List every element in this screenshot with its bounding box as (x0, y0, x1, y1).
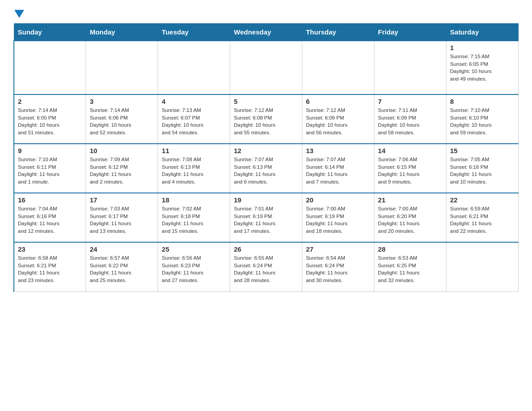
day-number: 26 (234, 245, 298, 253)
calendar-week-row: 23Sunrise: 6:58 AM Sunset: 6:21 PM Dayli… (14, 242, 519, 291)
calendar-day-cell: 28Sunrise: 6:53 AM Sunset: 6:25 PM Dayli… (374, 242, 446, 291)
day-info: Sunrise: 7:07 AM Sunset: 6:13 PM Dayligh… (234, 156, 298, 186)
day-info: Sunrise: 6:56 AM Sunset: 6:23 PM Dayligh… (162, 254, 226, 284)
weekday-header-sunday: Sunday (14, 24, 86, 41)
weekday-header-thursday: Thursday (302, 24, 374, 41)
day-info: Sunrise: 7:00 AM Sunset: 6:19 PM Dayligh… (306, 205, 370, 235)
calendar-day-cell: 11Sunrise: 7:08 AM Sunset: 6:13 PM Dayli… (158, 144, 230, 193)
calendar-day-cell (374, 41, 446, 94)
calendar-day-cell: 2Sunrise: 7:14 AM Sunset: 6:05 PM Daylig… (14, 94, 86, 144)
calendar-day-cell: 7Sunrise: 7:11 AM Sunset: 6:09 PM Daylig… (374, 94, 446, 144)
weekday-header-wednesday: Wednesday (230, 24, 302, 41)
day-info: Sunrise: 6:53 AM Sunset: 6:25 PM Dayligh… (378, 254, 442, 284)
day-number: 25 (162, 245, 226, 253)
calendar-day-cell: 9Sunrise: 7:10 AM Sunset: 6:11 PM Daylig… (14, 144, 86, 193)
day-info: Sunrise: 7:02 AM Sunset: 6:18 PM Dayligh… (162, 205, 226, 235)
weekday-header-row: SundayMondayTuesdayWednesdayThursdayFrid… (14, 24, 519, 41)
day-info: Sunrise: 7:04 AM Sunset: 6:16 PM Dayligh… (18, 205, 82, 235)
calendar-day-cell: 6Sunrise: 7:12 AM Sunset: 6:09 PM Daylig… (302, 94, 374, 144)
day-info: Sunrise: 7:00 AM Sunset: 6:20 PM Dayligh… (378, 205, 442, 235)
calendar-day-cell (446, 242, 519, 291)
day-info: Sunrise: 7:12 AM Sunset: 6:08 PM Dayligh… (234, 107, 298, 137)
day-info: Sunrise: 6:58 AM Sunset: 6:21 PM Dayligh… (18, 254, 82, 284)
day-number: 23 (18, 245, 82, 253)
day-number: 17 (90, 196, 154, 204)
weekday-header-tuesday: Tuesday (158, 24, 230, 41)
calendar-day-cell: 4Sunrise: 7:13 AM Sunset: 6:07 PM Daylig… (158, 94, 230, 144)
day-number: 24 (90, 245, 154, 253)
day-number: 4 (162, 98, 226, 105)
calendar-day-cell: 13Sunrise: 7:07 AM Sunset: 6:14 PM Dayli… (302, 144, 374, 193)
calendar-day-cell: 21Sunrise: 7:00 AM Sunset: 6:20 PM Dayli… (374, 193, 446, 242)
day-number: 22 (450, 196, 515, 204)
day-number: 20 (306, 196, 370, 204)
day-number: 19 (234, 196, 298, 204)
day-number: 21 (378, 196, 442, 204)
page-header (13, 9, 519, 19)
day-info: Sunrise: 7:10 AM Sunset: 6:11 PM Dayligh… (18, 156, 82, 186)
day-number: 16 (18, 196, 82, 204)
calendar-day-cell: 24Sunrise: 6:57 AM Sunset: 6:22 PM Dayli… (86, 242, 158, 291)
weekday-header-friday: Friday (374, 24, 446, 41)
calendar-week-row: 16Sunrise: 7:04 AM Sunset: 6:16 PM Dayli… (14, 193, 519, 242)
day-number: 10 (90, 147, 154, 154)
calendar-day-cell: 14Sunrise: 7:06 AM Sunset: 6:15 PM Dayli… (374, 144, 446, 193)
calendar-day-cell (230, 41, 302, 94)
day-info: Sunrise: 7:03 AM Sunset: 6:17 PM Dayligh… (90, 205, 154, 235)
day-info: Sunrise: 7:05 AM Sunset: 6:16 PM Dayligh… (450, 156, 515, 186)
day-info: Sunrise: 7:10 AM Sunset: 6:10 PM Dayligh… (450, 107, 515, 137)
day-info: Sunrise: 7:08 AM Sunset: 6:13 PM Dayligh… (162, 156, 226, 186)
day-info: Sunrise: 6:57 AM Sunset: 6:22 PM Dayligh… (90, 254, 154, 284)
calendar-day-cell: 25Sunrise: 6:56 AM Sunset: 6:23 PM Dayli… (158, 242, 230, 291)
svg-marker-0 (14, 10, 24, 18)
day-info: Sunrise: 7:01 AM Sunset: 6:19 PM Dayligh… (234, 205, 298, 235)
day-info: Sunrise: 7:07 AM Sunset: 6:14 PM Dayligh… (306, 156, 370, 186)
calendar-day-cell: 23Sunrise: 6:58 AM Sunset: 6:21 PM Dayli… (14, 242, 86, 291)
weekday-header-monday: Monday (86, 24, 158, 41)
weekday-header-saturday: Saturday (446, 24, 519, 41)
logo-triangle-icon (14, 10, 24, 19)
day-number: 11 (162, 147, 226, 154)
day-info: Sunrise: 7:15 AM Sunset: 6:05 PM Dayligh… (450, 53, 515, 83)
calendar-day-cell (302, 41, 374, 94)
day-number: 13 (306, 147, 370, 154)
calendar-day-cell: 17Sunrise: 7:03 AM Sunset: 6:17 PM Dayli… (86, 193, 158, 242)
calendar-day-cell: 15Sunrise: 7:05 AM Sunset: 6:16 PM Dayli… (446, 144, 519, 193)
calendar-day-cell: 10Sunrise: 7:09 AM Sunset: 6:12 PM Dayli… (86, 144, 158, 193)
day-number: 6 (306, 98, 370, 105)
calendar-day-cell: 8Sunrise: 7:10 AM Sunset: 6:10 PM Daylig… (446, 94, 519, 144)
day-number: 1 (450, 44, 515, 51)
calendar-day-cell: 20Sunrise: 7:00 AM Sunset: 6:19 PM Dayli… (302, 193, 374, 242)
day-info: Sunrise: 6:59 AM Sunset: 6:21 PM Dayligh… (450, 205, 515, 235)
calendar-week-row: 2Sunrise: 7:14 AM Sunset: 6:05 PM Daylig… (14, 94, 519, 144)
calendar-day-cell: 26Sunrise: 6:55 AM Sunset: 6:24 PM Dayli… (230, 242, 302, 291)
calendar-day-cell (14, 41, 86, 94)
day-number: 15 (450, 147, 515, 154)
calendar-day-cell: 18Sunrise: 7:02 AM Sunset: 6:18 PM Dayli… (158, 193, 230, 242)
calendar-day-cell (86, 41, 158, 94)
day-info: Sunrise: 6:55 AM Sunset: 6:24 PM Dayligh… (234, 254, 298, 284)
day-number: 12 (234, 147, 298, 154)
calendar-week-row: 1Sunrise: 7:15 AM Sunset: 6:05 PM Daylig… (14, 41, 519, 94)
calendar-day-cell: 1Sunrise: 7:15 AM Sunset: 6:05 PM Daylig… (446, 41, 519, 94)
logo (13, 9, 24, 19)
day-number: 5 (234, 98, 298, 105)
day-number: 7 (378, 98, 442, 105)
calendar-day-cell: 27Sunrise: 6:54 AM Sunset: 6:24 PM Dayli… (302, 242, 374, 291)
day-number: 8 (450, 98, 515, 105)
day-number: 3 (90, 98, 154, 105)
day-info: Sunrise: 6:54 AM Sunset: 6:24 PM Dayligh… (306, 254, 370, 284)
calendar-week-row: 9Sunrise: 7:10 AM Sunset: 6:11 PM Daylig… (14, 144, 519, 193)
day-number: 18 (162, 196, 226, 204)
day-number: 2 (18, 98, 82, 105)
day-info: Sunrise: 7:14 AM Sunset: 6:06 PM Dayligh… (90, 107, 154, 137)
calendar-day-cell: 5Sunrise: 7:12 AM Sunset: 6:08 PM Daylig… (230, 94, 302, 144)
calendar-day-cell (158, 41, 230, 94)
day-info: Sunrise: 7:14 AM Sunset: 6:05 PM Dayligh… (18, 107, 82, 137)
day-number: 27 (306, 245, 370, 253)
day-info: Sunrise: 7:06 AM Sunset: 6:15 PM Dayligh… (378, 156, 442, 186)
calendar-day-cell: 12Sunrise: 7:07 AM Sunset: 6:13 PM Dayli… (230, 144, 302, 193)
day-number: 28 (378, 245, 442, 253)
day-info: Sunrise: 7:13 AM Sunset: 6:07 PM Dayligh… (162, 107, 226, 137)
calendar-day-cell: 19Sunrise: 7:01 AM Sunset: 6:19 PM Dayli… (230, 193, 302, 242)
